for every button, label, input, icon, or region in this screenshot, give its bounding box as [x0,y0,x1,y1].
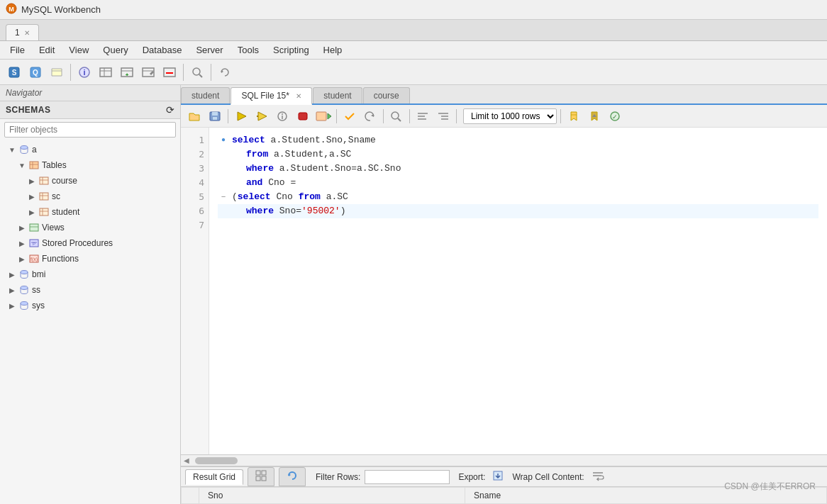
line-num-3: 3 [185,162,204,176]
toolbar-drop-table[interactable] [160,62,179,82]
svg-marker-55 [328,113,331,119]
wrap-icon[interactable] [592,470,604,483]
tree-arrow-sp[interactable]: ▶ [18,240,26,247]
tree-item-views[interactable]: ▶ Views [0,220,180,235]
tree-item-bmi[interactable]: ▶ bmi [0,267,180,282]
result-grid-tab[interactable]: Result Grid [185,469,243,485]
ed-btn-indentation[interactable] [434,108,453,125]
ed-btn-rollback[interactable] [361,108,379,125]
export-icon[interactable] [492,470,504,483]
svg-text:P: P [33,242,35,246]
ed-btn-inspector[interactable]: ✓ [606,108,624,125]
menu-server[interactable]: Server [189,43,230,57]
scroll-thumb[interactable] [195,457,238,464]
menu-help[interactable]: Help [316,43,350,57]
tree-arrow-a[interactable]: ▼ [8,146,16,154]
tree-label-sc: sc [52,191,60,201]
ed-btn-execute[interactable] [232,108,250,125]
svg-rect-28 [40,193,48,200]
tree-item-stored-procedures[interactable]: ▶ P Stored Procedures [0,235,180,251]
schemas-header: SCHEMAS ⟳ [0,101,180,119]
menu-query[interactable]: Query [96,43,135,57]
scroll-left-icon[interactable]: ◀ [184,457,189,464]
toolbar-new-query[interactable]: Q [26,62,45,82]
tab-course[interactable]: course [363,87,410,103]
navigator-header: Navigator [0,85,180,101]
schemas-refresh-icon[interactable]: ⟳ [166,104,174,116]
tab-sqlfile15[interactable]: SQL File 15* ✕ [231,87,312,105]
ed-btn-run-procedure[interactable] [314,108,333,125]
svg-line-19 [199,74,202,77]
menu-edit[interactable]: Edit [32,43,62,57]
menu-database[interactable]: Database [135,43,189,57]
tree-arrow-student[interactable]: ▶ [28,208,36,216]
tree-item-functions[interactable]: ▶ f(x) Functions [0,251,180,267]
toolbar-open[interactable] [47,62,67,82]
code-text-2: from a.Student,a.SC [232,147,351,162]
tree-item-student[interactable]: ▶ student [0,204,180,220]
code-line-2: from a.Student,a.SC [218,147,818,162]
line-num-2: 2 [185,147,204,162]
menu-tools[interactable]: Tools [231,43,266,57]
tree-item-course[interactable]: ▶ course [0,173,180,189]
toolbar-table[interactable] [96,62,116,82]
tree-arrow-functions[interactable]: ▶ [18,255,26,263]
filter-rows-input[interactable] [365,470,450,484]
ed-btn-save[interactable] [206,108,224,125]
browser-tab-1[interactable]: 1 ✕ [6,24,39,40]
main-content: Navigator SCHEMAS ⟳ ▼ a [0,85,827,504]
ed-btn-search-replace[interactable] [387,108,406,125]
ed-btn-open[interactable] [185,108,204,125]
tree-arrow-tables[interactable]: ▼ [18,162,26,169]
toolbar-inspect[interactable]: i [74,62,94,82]
title-bar: M MySQL Workbench [0,0,827,20]
fold-icon-5[interactable]: − [218,190,229,204]
ed-btn-commit[interactable] [340,108,359,125]
tree-item-tables[interactable]: ▼ Tables [0,157,180,173]
filter-input[interactable] [4,122,176,138]
tree-arrow-course[interactable]: ▶ [28,177,36,185]
schema-icon-sys [18,300,30,311]
menu-bar: File Edit View Query Database Server Too… [0,41,827,60]
table-icon-student [38,206,50,218]
menu-scripting[interactable]: Scripting [266,43,316,57]
tab-student-2[interactable]: student [313,87,362,103]
toolbar-reconnect[interactable] [215,62,235,82]
ed-btn-prev-bookmark[interactable] [585,108,604,125]
limit-rows-select[interactable]: Limit to 1000 rows [463,108,557,124]
ed-btn-execute-selection[interactable] [252,108,271,125]
refresh-tab[interactable] [279,467,306,486]
tree-label-bmi: bmi [32,269,45,279]
grid-options-tab[interactable] [248,467,274,486]
tree-arrow-views[interactable]: ▶ [18,224,26,232]
toolbar-new-schema[interactable]: S [4,62,24,82]
ed-btn-stop[interactable] [294,108,312,125]
line-num-6: 6 [185,204,204,218]
tree-arrow-ss[interactable]: ▶ [8,286,16,294]
tree-arrow-bmi[interactable]: ▶ [8,271,16,279]
menu-file[interactable]: File [3,43,32,57]
editor-area: student SQL File 15* ✕ student course [181,85,827,504]
tab-student-1[interactable]: student [181,87,230,103]
tree-arrow-sys[interactable]: ▶ [8,302,16,310]
code-content[interactable]: ● select a.Student.Sno,Sname from a.Stud… [209,128,827,454]
browser-tab-close[interactable]: ✕ [24,29,30,37]
tab-bar: 1 ✕ [0,20,827,41]
horizontal-scrollbar[interactable]: ◀ [181,454,827,466]
tree-arrow-sc[interactable]: ▶ [28,193,36,201]
ed-btn-bookmark[interactable] [565,108,583,125]
toolbar-edit-table[interactable] [138,62,158,82]
ed-btn-explain[interactable] [273,108,292,125]
toolbar-search[interactable] [187,62,207,82]
tree-item-ss[interactable]: ▶ ss [0,282,180,298]
toolbar-new-table[interactable]: + [117,62,137,82]
tree-item-a[interactable]: ▼ a [0,142,180,157]
schema-tree: ▼ a ▼ Tables [0,140,180,504]
ed-btn-format[interactable] [414,108,432,125]
tree-item-sc[interactable]: ▶ sc [0,189,180,204]
main-toolbar: S Q i + [0,60,827,85]
tree-item-sys[interactable]: ▶ sys [0,298,180,313]
tab-close-sqlfile15[interactable]: ✕ [296,92,301,100]
line-numbers: 1 2 3 4 5 6 7 [181,128,209,454]
menu-view[interactable]: View [62,43,96,57]
